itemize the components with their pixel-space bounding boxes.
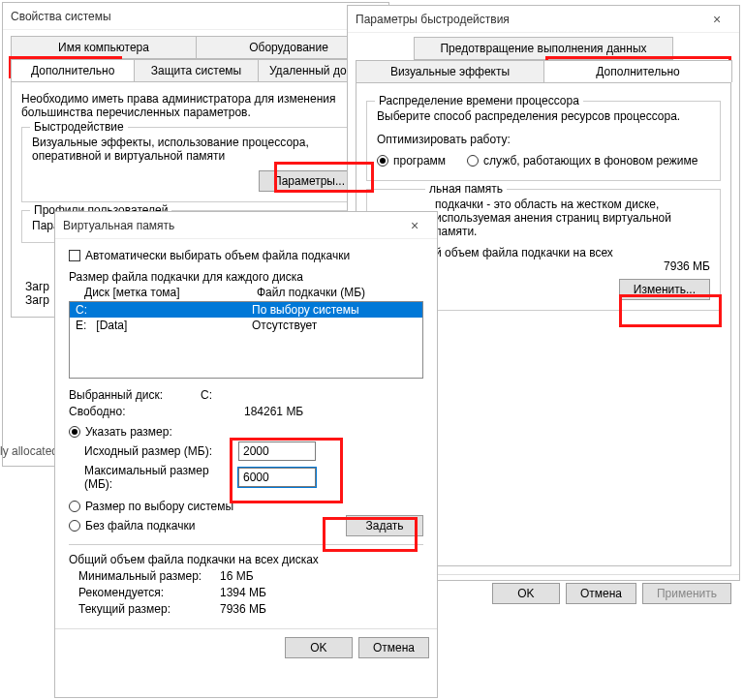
perf-desc: Визуальные эффекты, использование процес… bbox=[32, 136, 359, 163]
cur-val: 7936 МБ bbox=[220, 602, 266, 616]
drive-list-header: Диск [метка тома] Файл подкачки (МБ) bbox=[69, 284, 423, 301]
sysprops-tabs-row1: Имя компьютера Оборудование bbox=[11, 36, 381, 59]
sysprops-tabs-row2: Дополнительно Защита системы Удаленный д… bbox=[11, 59, 381, 81]
vm-total-value: 7936 МБ bbox=[664, 259, 710, 273]
drive-row-c[interactable]: C: По выбору системы bbox=[70, 302, 422, 318]
perfopts-cancel-button[interactable]: Отмена bbox=[566, 583, 636, 604]
tab-protection[interactable]: Защита системы bbox=[134, 59, 258, 81]
vm-ok-button[interactable]: OK bbox=[285, 637, 353, 658]
close-icon[interactable]: × bbox=[702, 12, 731, 27]
sched-title: Распределение времени процессора bbox=[375, 94, 583, 107]
drive-row-e[interactable]: E: [Data] Отсутствует bbox=[70, 318, 422, 333]
max-label: Максимальный размер (МБ): bbox=[69, 464, 238, 491]
perfopts-ok-button[interactable]: OK bbox=[492, 583, 560, 604]
min-label: Минимальный размер: bbox=[69, 569, 214, 583]
min-val: 16 МБ bbox=[220, 569, 254, 583]
vm-title-suffix: льная память bbox=[425, 182, 507, 196]
radio-programs[interactable]: программ bbox=[377, 154, 446, 167]
rec-label: Рекомендуется: bbox=[69, 586, 214, 599]
tab-advanced[interactable]: Дополнительно bbox=[11, 59, 135, 81]
radio-custom-size[interactable]: Указать размер: bbox=[69, 425, 172, 439]
radio-services[interactable]: служб, работающих в фоновом режиме bbox=[467, 154, 698, 167]
admin-note: Необходимо иметь права администратора дл… bbox=[21, 92, 370, 119]
tab-computer-name[interactable]: Имя компьютера bbox=[11, 36, 197, 59]
sysprops-titlebar: Свойства системы bbox=[3, 3, 388, 30]
perfopts-titlebar: Параметры быстродействия × bbox=[348, 6, 739, 33]
size-each-label: Размер файла подкачки для каждого диска bbox=[69, 270, 423, 284]
total-title: Общий объем файла подкачки на всех диска… bbox=[69, 553, 423, 566]
vm-buttons: OK Отмена bbox=[55, 628, 437, 666]
perfopts-apply-button[interactable]: Применить bbox=[642, 583, 731, 604]
virtual-memory-dialog: Виртуальная память × Автоматически выбир… bbox=[54, 211, 438, 698]
side-text: ly allocated bbox=[0, 444, 58, 458]
drive-list[interactable]: C: По выбору системы E: [Data] Отсутству… bbox=[69, 301, 423, 379]
vm-total-label: й объем файла подкачки на всех bbox=[435, 246, 710, 259]
col-drive: Диск [метка тома] bbox=[78, 284, 251, 301]
col-file: Файл подкачки (МБ) bbox=[251, 284, 423, 301]
vm-cancel-button[interactable]: Отмена bbox=[358, 637, 429, 658]
tab-visual-effects[interactable]: Визуальные эффекты bbox=[356, 60, 544, 82]
performance-group: Быстродействие Визуальные эффекты, испол… bbox=[21, 127, 370, 202]
radio-no-paging[interactable]: Без файла подкачки bbox=[69, 519, 346, 533]
set-button[interactable]: Задать bbox=[346, 515, 423, 536]
vm-close-icon[interactable]: × bbox=[400, 218, 429, 233]
init-label: Исходный размер (МБ): bbox=[69, 444, 238, 458]
tab-perf-advanced[interactable]: Дополнительно bbox=[543, 60, 732, 82]
radio-system-managed[interactable]: Размер по выбору системы bbox=[69, 500, 233, 513]
perf-params-button[interactable]: Параметры... bbox=[259, 170, 359, 192]
tab-dep[interactable]: Предотвращение выполнения данных bbox=[414, 37, 673, 60]
scheduling-group: Распределение времени процессора Выберит… bbox=[366, 101, 721, 181]
free-val: 184261 МБ bbox=[244, 405, 303, 418]
vm-title: Виртуальная память bbox=[63, 219, 400, 232]
free-label: Свободно: bbox=[69, 405, 195, 418]
perfopts-title: Параметры быстродействия bbox=[356, 13, 702, 26]
initial-size-input[interactable] bbox=[238, 441, 316, 461]
sched-desc: Выберите способ распределения ресурсов п… bbox=[377, 109, 710, 123]
vm-titlebar: Виртуальная память × bbox=[55, 212, 437, 239]
sel-drive-label: Выбранный диск: bbox=[69, 388, 195, 402]
vm-desc: подкачки - это область на жестком диске,… bbox=[435, 198, 710, 238]
sched-opt-label: Оптимизировать работу: bbox=[377, 133, 710, 146]
sel-drive: C: bbox=[201, 388, 212, 402]
auto-checkbox[interactable]: Автоматически выбирать объем файла подка… bbox=[69, 249, 350, 262]
sysprops-title: Свойства системы bbox=[11, 10, 381, 23]
rec-val: 1394 МБ bbox=[220, 586, 266, 599]
vm-change-button[interactable]: Изменить... bbox=[619, 279, 710, 300]
cur-label: Текущий размер: bbox=[69, 602, 214, 616]
maximum-size-input[interactable] bbox=[238, 468, 316, 487]
perf-title: Быстродействие bbox=[30, 120, 128, 134]
